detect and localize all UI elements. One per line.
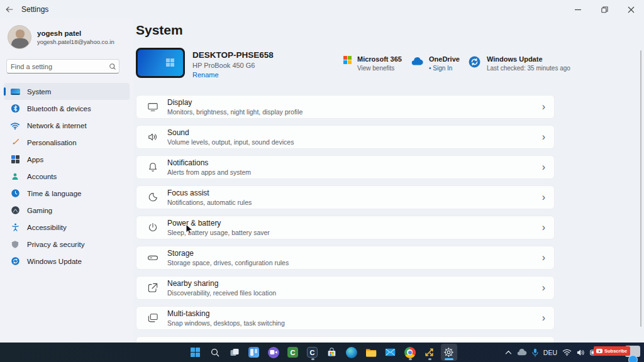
selected-accent-bar	[4, 87, 6, 96]
settings-taskbar-button[interactable]	[441, 344, 457, 361]
camera-app-button[interactable]	[265, 344, 282, 361]
camera-app-icon	[268, 347, 279, 358]
user-name: yogesh patel	[37, 30, 114, 37]
brush-icon	[10, 138, 20, 148]
onedrive-cloud-icon	[411, 57, 423, 68]
bluetooth-icon	[10, 104, 20, 114]
search-input[interactable]	[7, 63, 106, 70]
accessibility-icon	[10, 222, 20, 233]
user-email: yogesh.patel18@yahoo.co.in	[37, 38, 114, 45]
sidebar: yogesh patel yogesh.patel18@yahoo.co.in …	[0, 19, 133, 343]
chevron-right-icon: ›	[542, 283, 545, 293]
camtasia-recorder-icon: C	[307, 347, 318, 358]
settings-card-sound[interactable]: Sound Volume levels, output, input, soun…	[136, 125, 555, 149]
chevron-right-icon: ›	[542, 102, 545, 112]
back-button[interactable]	[0, 0, 19, 19]
camtasia-icon: C	[287, 347, 298, 358]
minimize-button[interactable]	[565, 0, 591, 19]
settings-card-multi-tasking[interactable]: Multi-tasking Snap windows, desktops, ta…	[136, 306, 555, 330]
search-box[interactable]	[6, 59, 119, 74]
main-content: System DESKTOP-PHSE658 HP ProBook 450 G6…	[136, 19, 644, 343]
sidebar-item-accounts[interactable]: Accounts	[4, 168, 130, 185]
settings-card-power-battery[interactable]: Power & battery Sleep, battery usage, ba…	[136, 216, 555, 239]
windows-update-card[interactable]: Windows Update Last checked: 35 minutes …	[468, 55, 570, 72]
chrome-icon	[404, 347, 416, 358]
onedrive-tray-icon[interactable]	[517, 349, 527, 356]
settings-list: Display Monitors, brightness, night ligh…	[136, 95, 555, 343]
sidebar-item-gaming[interactable]: Gaming	[4, 202, 130, 219]
close-button[interactable]	[618, 0, 644, 19]
camtasia-recorder-button[interactable]: C	[304, 344, 321, 361]
mail-icon	[385, 348, 396, 356]
share-arrows-app-button[interactable]	[421, 344, 438, 361]
file-explorer-button[interactable]	[363, 344, 379, 361]
xbox-icon	[10, 206, 20, 216]
edge-browser-button[interactable]	[343, 344, 360, 361]
settings-card-partial[interactable]	[136, 336, 555, 343]
maximize-button[interactable]	[591, 0, 618, 19]
task-view-button[interactable]	[226, 344, 243, 361]
subscribe-badge[interactable]: Subscribe	[594, 346, 630, 356]
multitask-windows-icon	[147, 312, 159, 324]
settings-gear-icon	[443, 347, 454, 358]
windows-logo-wallpaper	[166, 58, 174, 67]
camtasia-button[interactable]: C	[285, 344, 301, 361]
settings-card-nearby-sharing[interactable]: Nearby sharing Discoverability, received…	[136, 276, 555, 300]
taskbar-search-button[interactable]	[207, 344, 223, 361]
volume-tray-icon[interactable]	[577, 349, 585, 356]
rename-link[interactable]: Rename	[192, 71, 274, 79]
sidebar-item-accessibility[interactable]: Accessibility	[4, 219, 130, 236]
settings-card-storage[interactable]: Storage Storage space, drives, configura…	[136, 246, 555, 270]
update-icon	[10, 256, 20, 266]
task-view-icon	[230, 348, 240, 358]
search-icon	[106, 63, 119, 70]
chrome-button[interactable]	[402, 344, 418, 361]
chevron-right-icon: ›	[542, 222, 545, 233]
sidebar-item-windows-update[interactable]: Windows Update	[4, 253, 130, 270]
settings-card-focus-assist[interactable]: Focus assist Notifications, automatic ru…	[136, 185, 555, 209]
microphone-tray-icon[interactable]	[532, 348, 538, 357]
youtube-play-icon	[596, 349, 602, 353]
wifi-icon	[10, 121, 20, 131]
settings-card-display[interactable]: Display Monitors, brightness, night ligh…	[136, 95, 555, 119]
chevron-right-icon: ›	[542, 313, 545, 323]
store-icon	[326, 348, 337, 358]
apps-grid-icon	[10, 155, 20, 165]
share-arrows-icon	[424, 347, 435, 358]
laptop-icon	[10, 87, 20, 97]
titlebar: Settings	[0, 0, 644, 19]
sidebar-item-personalisation[interactable]: Personalisation	[4, 134, 130, 151]
storage-drive-icon	[147, 251, 159, 264]
wifi-tray-icon[interactable]	[562, 349, 572, 356]
settings-card-notifications[interactable]: Notifications Alerts from apps and syste…	[136, 155, 555, 179]
page-title: System	[136, 23, 183, 38]
mail-button[interactable]	[382, 344, 399, 361]
person-icon	[10, 172, 20, 182]
sidebar-item-privacy-security[interactable]: Privacy & security	[4, 236, 130, 253]
power-icon	[147, 221, 159, 234]
system-tray: DEU	[505, 343, 600, 362]
display-icon	[147, 101, 159, 113]
scrollbar[interactable]	[640, 50, 641, 327]
window-title: Settings	[21, 5, 48, 14]
widgets-button[interactable]	[246, 344, 262, 361]
start-button[interactable]	[187, 344, 204, 361]
user-profile[interactable]: yogesh patel yogesh.patel18@yahoo.co.in	[8, 25, 114, 49]
chevron-right-icon: ›	[542, 253, 545, 263]
sidebar-item-time-language[interactable]: Time & language	[4, 185, 130, 202]
microsoft-store-button[interactable]	[324, 344, 340, 361]
language-indicator[interactable]: DEU	[543, 349, 557, 356]
onedrive-card[interactable]: OneDrive • Sign In	[411, 55, 460, 72]
clock-icon	[10, 189, 20, 199]
microsoft-logo	[343, 56, 352, 64]
microsoft-365-card[interactable]: Microsoft 365 View benefits	[343, 55, 402, 72]
taskbar: C C DEU	[0, 343, 644, 362]
sidebar-item-bluetooth-devices[interactable]: Bluetooth & devices	[4, 100, 130, 117]
chevron-right-icon: ›	[542, 162, 545, 172]
sidebar-item-apps[interactable]: Apps	[4, 151, 130, 168]
sidebar-item-system[interactable]: System	[4, 83, 130, 100]
widgets-icon	[248, 347, 259, 358]
sidebar-item-network-internet[interactable]: Network & internet	[4, 117, 130, 134]
windows-update-icon	[468, 55, 481, 71]
hidden-icons-chevron[interactable]	[505, 350, 512, 355]
